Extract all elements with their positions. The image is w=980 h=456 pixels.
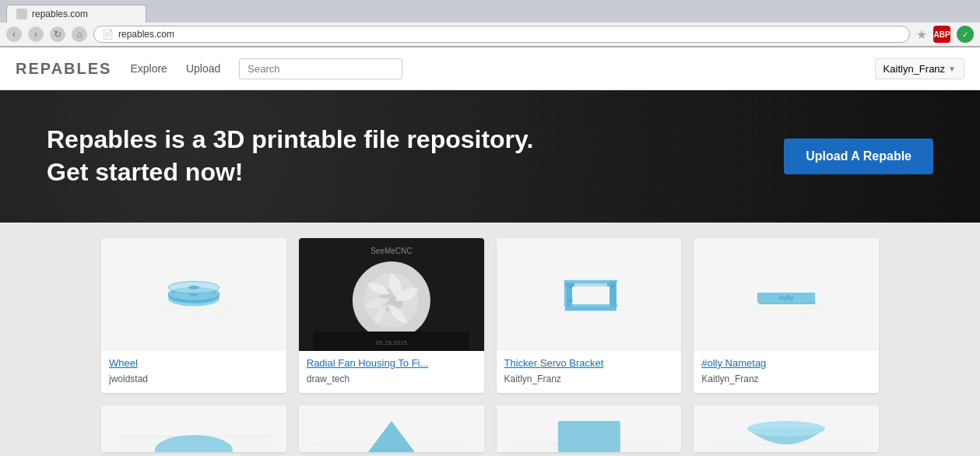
card-bottom-3 bbox=[497, 405, 682, 452]
back-button[interactable]: ‹ bbox=[6, 26, 22, 42]
explore-link[interactable]: Explore bbox=[130, 62, 167, 75]
card-title-servo[interactable]: Thicker Servo Bracket bbox=[504, 357, 674, 369]
address-bar: ‹ › ↻ ⌂ 📄 repables.com ★ ABP ✓ bbox=[0, 23, 980, 47]
dropdown-arrow-icon: ▼ bbox=[948, 65, 956, 73]
svg-point-39 bbox=[569, 284, 573, 288]
tab-favicon bbox=[16, 9, 27, 19]
card-image-bottom-2 bbox=[299, 405, 484, 452]
user-label: Kaitlyn_Franz bbox=[883, 63, 945, 75]
svg-text:#olly: #olly bbox=[779, 293, 794, 301]
svg-point-17 bbox=[188, 286, 199, 289]
site-logo[interactable]: REPABLES bbox=[16, 60, 111, 78]
card-image-nametag: #olly bbox=[694, 238, 879, 351]
user-dropdown[interactable]: Kaitlyn_Franz ▼ bbox=[875, 58, 964, 79]
hero-banner: Repables is a 3D printable file reposito… bbox=[0, 90, 980, 223]
url-text: repables.com bbox=[118, 29, 174, 40]
hero-line2: Get started now! bbox=[47, 156, 533, 189]
svg-line-44 bbox=[753, 307, 767, 318]
card-author-fan: draw_tech bbox=[307, 374, 349, 384]
svg-line-3 bbox=[170, 304, 184, 318]
upload-cta-button[interactable]: Upload A Repable bbox=[784, 139, 933, 174]
bookmark-icon[interactable]: ★ bbox=[916, 27, 927, 42]
url-input[interactable]: 📄 repables.com bbox=[93, 26, 910, 43]
card-bottom-2 bbox=[299, 405, 484, 452]
card-image-bottom-4 bbox=[694, 405, 879, 452]
card-info-wheel: Wheel jwoldstad bbox=[101, 351, 286, 393]
hero-line1: Repables is a 3D printable file reposito… bbox=[47, 124, 533, 156]
card-info-fan: Radial Fan Housing To Fi... draw_tech bbox=[299, 351, 484, 393]
svg-line-4 bbox=[194, 304, 208, 318]
card-bottom-4 bbox=[694, 405, 879, 452]
ext-symbol: ✓ bbox=[962, 30, 968, 39]
svg-text:SeeMeCNC: SeeMeCNC bbox=[371, 247, 412, 255]
card-nametag: #olly #olly Nametag Kaitlyn_Franz bbox=[694, 238, 879, 393]
card-image-fan: SeeMeCNC 05.29.2015 bbox=[299, 238, 484, 351]
browser-chrome: repables.com ‹ › ↻ ⌂ 📄 repables.com ★ AB… bbox=[0, 0, 980, 47]
svg-rect-36 bbox=[564, 279, 617, 282]
reload-button[interactable]: ↻ bbox=[50, 26, 65, 42]
svg-line-45 bbox=[777, 307, 791, 318]
adblock-icon[interactable]: ABP bbox=[933, 26, 950, 43]
extension-icon[interactable]: ✓ bbox=[957, 26, 974, 43]
search-input[interactable] bbox=[239, 58, 402, 79]
card-author-wheel: jwoldstad bbox=[109, 374, 148, 384]
forward-button[interactable]: › bbox=[28, 26, 44, 42]
card-title-nametag[interactable]: #olly Nametag bbox=[701, 357, 871, 369]
card-author-servo: Kaitlyn_Franz bbox=[504, 374, 561, 384]
svg-line-46 bbox=[800, 307, 814, 318]
card-image-bottom-1 bbox=[101, 405, 286, 452]
svg-line-5 bbox=[217, 304, 231, 318]
upload-link[interactable]: Upload bbox=[186, 62, 220, 75]
card-servo: Thicker Servo Bracket Kaitlyn_Franz bbox=[497, 238, 682, 393]
card-author-nametag: Kaitlyn_Franz bbox=[701, 374, 758, 384]
site-wrapper: REPABLES Explore Upload Kaitlyn_Franz ▼ … bbox=[0, 47, 980, 456]
home-button[interactable]: ⌂ bbox=[72, 26, 87, 42]
page-icon: 📄 bbox=[102, 29, 114, 40]
svg-point-62 bbox=[747, 421, 825, 437]
svg-line-6 bbox=[156, 304, 170, 318]
active-tab[interactable]: repables.com bbox=[6, 5, 146, 23]
card-image-wheel bbox=[101, 238, 286, 351]
svg-point-41 bbox=[611, 284, 615, 288]
svg-text:05.29.2015: 05.29.2015 bbox=[376, 339, 408, 346]
svg-point-40 bbox=[569, 298, 573, 302]
card-image-bottom-3 bbox=[497, 405, 682, 452]
card-info-servo: Thicker Servo Bracket Kaitlyn_Franz bbox=[497, 351, 682, 393]
card-title-wheel[interactable]: Wheel bbox=[109, 357, 279, 369]
card-bottom-1 bbox=[101, 405, 286, 452]
adblock-label: ABP bbox=[933, 30, 950, 39]
svg-rect-32 bbox=[564, 304, 617, 307]
cards-grid-bottom bbox=[101, 405, 879, 452]
card-title-fan[interactable]: Radial Fan Housing To Fi... bbox=[307, 357, 476, 369]
card-info-nametag: #olly Nametag Kaitlyn_Franz bbox=[694, 351, 879, 393]
tab-bar: repables.com bbox=[0, 0, 980, 23]
svg-rect-38 bbox=[574, 283, 607, 302]
cards-grid: Wheel jwoldstad SeeMeCNC bbox=[101, 238, 879, 393]
card-image-servo bbox=[497, 238, 682, 351]
card-wheel: Wheel jwoldstad bbox=[101, 238, 286, 393]
cards-section: Wheel jwoldstad SeeMeCNC bbox=[0, 223, 980, 456]
card-fan: SeeMeCNC 05.29.2015 bbox=[299, 238, 484, 393]
svg-rect-59 bbox=[557, 421, 620, 452]
tab-label: repables.com bbox=[32, 9, 88, 19]
hero-text: Repables is a 3D printable file reposito… bbox=[47, 124, 533, 188]
navbar: REPABLES Explore Upload Kaitlyn_Franz ▼ bbox=[0, 47, 980, 90]
